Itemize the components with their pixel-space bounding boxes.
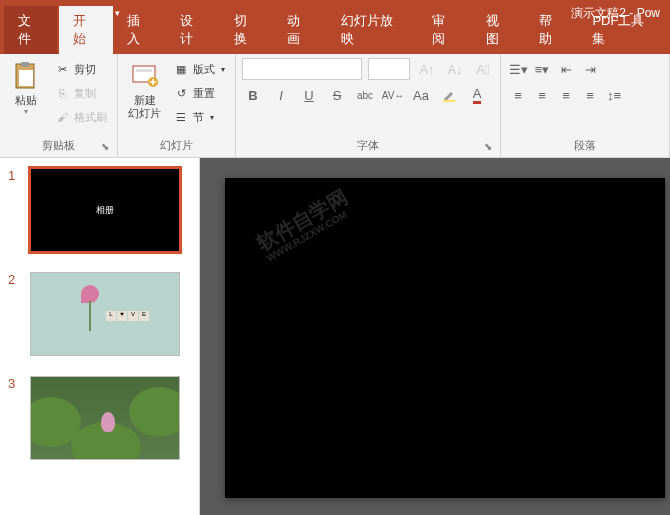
- cut-button[interactable]: ✂ 剪切: [50, 58, 111, 80]
- paste-label: 粘贴: [15, 94, 37, 107]
- font-launcher-icon[interactable]: ⬊: [484, 141, 498, 155]
- ribbon-tabs: 文件 开始 插入 设计 切换 动画 幻灯片放映 审阅 视图 帮助 PDF工具集: [0, 26, 670, 54]
- tab-slideshow[interactable]: 幻灯片放映: [327, 6, 419, 54]
- thumb-number: 1: [8, 168, 20, 252]
- bold-button[interactable]: B: [242, 84, 264, 106]
- slide-thumbnails-panel[interactable]: 1 相册 2 L♥VE 3: [0, 158, 200, 515]
- tab-animations[interactable]: 动画: [273, 6, 326, 54]
- new-slide-label: 新建 幻灯片: [128, 94, 161, 120]
- highlight-button[interactable]: [438, 84, 460, 106]
- reset-button[interactable]: ↺ 重置: [169, 82, 229, 104]
- thumbnail-item[interactable]: 2 L♥VE: [8, 272, 191, 356]
- decrease-indent-button[interactable]: ⇤: [555, 58, 577, 80]
- slide-editor[interactable]: 软件自学网 WWW.RJZXW.COM: [200, 158, 670, 515]
- svg-rect-5: [19, 70, 33, 86]
- slide-thumbnail-3[interactable]: [30, 376, 180, 460]
- layout-icon: ▦: [173, 61, 189, 77]
- lotus-bud-graphic: [101, 412, 115, 432]
- reset-icon: ↺: [173, 85, 189, 101]
- font-size-dropdown[interactable]: [368, 58, 410, 80]
- justify-button[interactable]: ≡: [579, 84, 601, 106]
- font-name-dropdown[interactable]: [242, 58, 362, 80]
- group-label-paragraph: 段落: [507, 138, 663, 155]
- slide-thumbnail-2[interactable]: L♥VE: [30, 272, 180, 356]
- thumb-number: 3: [8, 376, 20, 460]
- stem-graphic: [89, 301, 91, 331]
- group-paragraph: ☰▾ ≡▾ ⇤ ⇥ ≡ ≡ ≡ ≡ ↕≡ 段落: [501, 54, 670, 157]
- line-spacing-button[interactable]: ↕≡: [603, 84, 625, 106]
- italic-button[interactable]: I: [270, 84, 292, 106]
- svg-rect-7: [136, 69, 152, 72]
- scissors-icon: ✂: [54, 61, 70, 77]
- layout-button[interactable]: ▦ 版式▾: [169, 58, 229, 80]
- group-label-clipboard: 剪贴板: [6, 138, 111, 155]
- tab-review[interactable]: 审阅: [418, 6, 471, 54]
- clear-formatting-icon[interactable]: A⃠: [472, 58, 494, 80]
- increase-font-icon[interactable]: A↑: [416, 58, 438, 80]
- clipboard-launcher-icon[interactable]: ⬊: [101, 141, 115, 155]
- slide-thumbnail-1[interactable]: 相册: [30, 168, 180, 252]
- svg-rect-9: [443, 100, 455, 102]
- numbering-button[interactable]: ≡▾: [531, 58, 553, 80]
- font-color-button[interactable]: A: [466, 84, 488, 106]
- shadow-button[interactable]: abc: [354, 84, 376, 106]
- copy-icon: ⎘: [54, 85, 70, 101]
- section-button[interactable]: ☰ 节▾: [169, 106, 229, 128]
- thumb-number: 2: [8, 272, 20, 356]
- new-slide-button[interactable]: 新建 幻灯片: [124, 58, 165, 138]
- watermark: 软件自学网 WWW.RJZXW.COM: [253, 185, 356, 264]
- group-clipboard: 粘贴 ▾ ✂ 剪切 ⎘ 复制 🖌 格式刷 剪贴板 ⬊: [0, 54, 118, 157]
- format-painter-button[interactable]: 🖌 格式刷: [50, 106, 111, 128]
- svg-rect-4: [21, 62, 29, 67]
- group-label-font: 字体: [242, 138, 494, 155]
- align-right-button[interactable]: ≡: [555, 84, 577, 106]
- group-font: A↑ A↓ A⃠ B I U S abc AV↔ Aa A 字体 ⬊: [236, 54, 501, 157]
- slide-canvas[interactable]: 软件自学网 WWW.RJZXW.COM: [225, 178, 665, 498]
- window-title: 演示文稿2 - Pow: [571, 5, 660, 22]
- love-blocks: L♥VE: [106, 311, 149, 321]
- workspace: 1 相册 2 L♥VE 3: [0, 158, 670, 515]
- change-case-button[interactable]: Aa: [410, 84, 432, 106]
- group-slides: 新建 幻灯片 ▦ 版式▾ ↺ 重置 ☰ 节▾ 幻灯片: [118, 54, 236, 157]
- tab-transitions[interactable]: 切换: [220, 6, 273, 54]
- group-label-slides: 幻灯片: [124, 138, 229, 155]
- tab-view[interactable]: 视图: [472, 6, 525, 54]
- char-spacing-button[interactable]: AV↔: [382, 84, 404, 106]
- tab-design[interactable]: 设计: [166, 6, 219, 54]
- ribbon: 粘贴 ▾ ✂ 剪切 ⎘ 复制 🖌 格式刷 剪贴板 ⬊: [0, 54, 670, 158]
- thumbnail-item[interactable]: 1 相册: [8, 168, 191, 252]
- align-left-button[interactable]: ≡: [507, 84, 529, 106]
- decrease-font-icon[interactable]: A↓: [444, 58, 466, 80]
- tab-insert[interactable]: 插入: [113, 6, 166, 54]
- tab-file[interactable]: 文件: [4, 6, 57, 54]
- thumbnail-item[interactable]: 3: [8, 376, 191, 460]
- strikethrough-button[interactable]: S: [326, 84, 348, 106]
- align-center-button[interactable]: ≡: [531, 84, 553, 106]
- clipboard-icon: [10, 60, 42, 92]
- paste-button[interactable]: 粘贴 ▾: [6, 58, 46, 138]
- new-slide-icon: [129, 60, 161, 92]
- underline-button[interactable]: U: [298, 84, 320, 106]
- leaf-graphic: [129, 387, 180, 437]
- thumb-title-text: 相册: [96, 204, 114, 217]
- bullets-button[interactable]: ☰▾: [507, 58, 529, 80]
- copy-button[interactable]: ⎘ 复制: [50, 82, 111, 104]
- tab-home[interactable]: 开始: [59, 6, 112, 54]
- section-icon: ☰: [173, 109, 189, 125]
- brush-icon: 🖌: [54, 109, 70, 125]
- increase-indent-button[interactable]: ⇥: [579, 58, 601, 80]
